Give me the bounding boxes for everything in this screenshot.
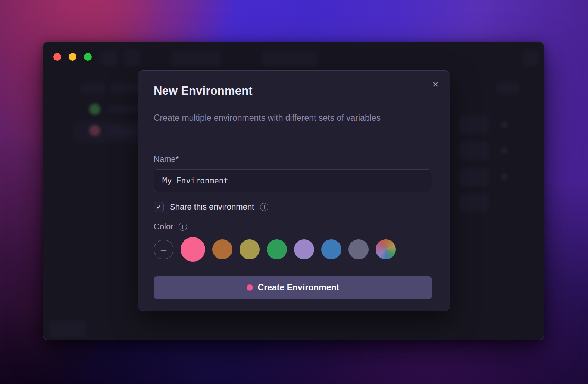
selected-color-dot-icon [247,284,253,291]
color-info-icon[interactable]: i [179,223,187,231]
color-swatch-orange[interactable] [212,239,232,259]
blurred-side-button [459,115,489,134]
color-swatch-rainbow[interactable] [376,239,396,259]
color-swatch-green[interactable] [267,239,287,259]
color-swatch-olive[interactable] [240,239,260,259]
window-controls [53,53,92,61]
blurred-side-button [459,193,489,212]
color-swatch-gray[interactable] [348,239,369,259]
blurred-side-button [459,167,489,186]
checkmark-icon: ✓ [156,203,161,211]
blurred-toolbar-button [522,50,538,66]
share-environment-label: Share this environment [170,202,254,212]
color-label: Color [154,222,173,232]
color-swatch-pink[interactable] [181,237,205,262]
app-window: ✕ New Environment Create multiple enviro… [43,42,544,340]
blurred-list-text [110,83,141,94]
blurred-list-text [107,105,142,114]
share-info-icon[interactable]: i [260,203,268,211]
blurred-side-dot [501,173,508,180]
close-dialog-icon[interactable]: ✕ [429,78,442,91]
create-environment-label: Create Environment [258,283,340,293]
new-environment-dialog: ✕ New Environment Create multiple enviro… [138,70,450,311]
color-swatch-blue[interactable] [321,239,341,259]
blurred-toolbar-button [124,50,141,66]
blurred-pink-status-dot [89,125,100,136]
blurred-side-pill [497,82,520,94]
blurred-toolbar-pill [170,51,221,66]
color-swatch-purple[interactable] [294,239,314,259]
zoom-window-button[interactable] [84,53,92,61]
blurred-list-text [80,83,106,94]
dialog-description: Create multiple environments with differ… [154,110,404,126]
blurred-footer-control [49,320,86,337]
environment-name-input[interactable] [154,169,432,192]
name-field-label: Name* [154,154,179,164]
color-swatch-none[interactable]: – [154,240,173,259]
minimize-window-button[interactable] [69,53,76,61]
blurred-side-dot [501,121,508,128]
blurred-green-status-dot [89,104,100,115]
blurred-toolbar-button [101,50,118,66]
desktop: { "window": { "controls": [ { "name": "c… [0,0,588,384]
close-window-button[interactable] [53,53,61,61]
color-swatches: – [154,237,396,262]
dialog-title: New Environment [154,84,253,98]
color-section: Color i [154,221,187,232]
no-color-minus-icon: – [161,245,166,255]
share-environment-checkbox[interactable]: ✓ [154,202,164,212]
blurred-toolbar-pill [262,51,318,66]
blurred-side-button [459,141,489,160]
create-environment-button[interactable]: Create Environment [154,276,432,299]
blurred-side-dot [501,147,508,154]
share-environment-row: ✓ Share this environment i [154,201,268,213]
